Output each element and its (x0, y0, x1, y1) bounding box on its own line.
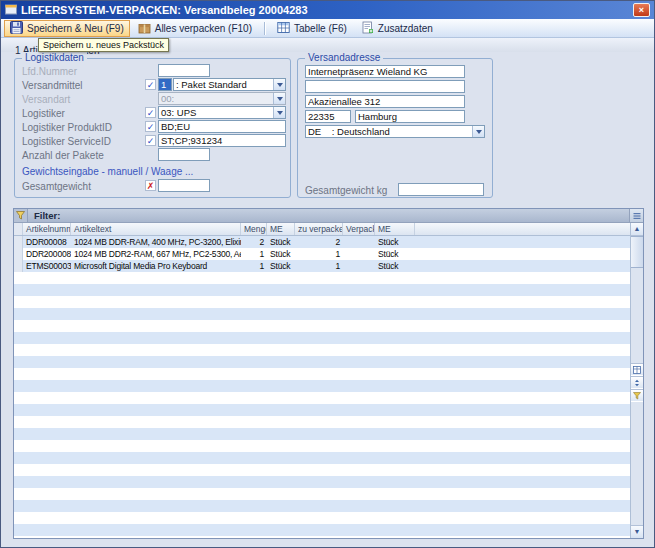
versandmittel-value: : Paket Standard (174, 79, 273, 90)
gesamtgewicht-label: Gesamtgewicht (22, 181, 91, 192)
filter-icon[interactable] (14, 209, 28, 222)
produktid-checkbox[interactable]: ✓ (145, 121, 156, 132)
pack-all-label: Alles verpacken (F10) (155, 23, 252, 34)
artikel-grid: Filter: Artikelnummer Artikeltext Menge … (13, 208, 644, 539)
package-box-icon (138, 21, 151, 36)
close-button[interactable]: × (633, 3, 650, 17)
scrollbar-track[interactable] (631, 402, 643, 525)
grid-header-row: Artikelnummer Artikeltext Menge ME zu ve… (14, 223, 630, 236)
adresse-plz-input[interactable] (305, 110, 351, 123)
lfdnummer-label: Lfd.Nummer (22, 66, 77, 77)
scrollbar-track[interactable] (631, 268, 643, 363)
row-indicator (14, 260, 23, 272)
additional-data-button[interactable]: Zusatzdaten (355, 20, 439, 37)
logistikdaten-legend: Logistikdaten (22, 52, 87, 63)
save-and-new-label: Speichern & Neu (F9) (27, 23, 124, 34)
chevron-down-icon[interactable] (472, 126, 484, 137)
adresse-name-input[interactable] (305, 65, 465, 78)
cell-me2: Stück (375, 248, 415, 260)
table-view-button[interactable]: Tabelle (F6) (271, 20, 353, 37)
gesamtgewicht-kg-label: Gesamtgewicht kg (305, 185, 387, 196)
column-header-artikelnummer[interactable]: Artikelnummer (23, 223, 71, 235)
logistiker-value: 03: UPS (159, 107, 273, 118)
table-icon (277, 21, 290, 36)
cell-artikelnummer: ETMS00003 (23, 260, 71, 272)
cell-menge: 1 (241, 248, 267, 260)
document-plus-icon (361, 21, 374, 36)
adresse-ort-input[interactable] (355, 110, 465, 123)
toolbar-tooltip: Speichern u. neues Packstück (38, 38, 169, 52)
vertical-scrollbar[interactable]: ▲ ▼ (630, 223, 643, 538)
column-header-me[interactable]: ME (267, 223, 295, 235)
versandart-combo[interactable]: 00: (158, 92, 286, 105)
adresse-zusatz-input[interactable] (305, 80, 465, 93)
table-row[interactable]: DDR00008 1024 MB DDR-RAM, 400 MHz, PC-32… (14, 236, 630, 248)
row-indicator-header (14, 223, 23, 235)
gesamtgewicht-checkbox[interactable]: ✗ (145, 180, 156, 191)
versandart-value: 00: (159, 93, 273, 104)
grid-filter-bar[interactable]: Filter: (14, 209, 643, 223)
column-header-me2[interactable]: ME (375, 223, 415, 235)
paketanzahl-input[interactable] (158, 148, 210, 161)
cell-zu-verpacken: 2 (295, 236, 343, 248)
cell-verpackt (343, 236, 375, 248)
cell-artikeltext: 1024 MB DDR-RAM, 400 MHz, PC-3200, Elixi… (71, 236, 241, 248)
scroll-down-button[interactable]: ▼ (631, 525, 643, 538)
logistiker-checkbox[interactable]: ✓ (145, 107, 156, 118)
column-header-zu-verpacken[interactable]: zu verpacke (295, 223, 343, 235)
gesamtgewicht-input[interactable] (158, 179, 210, 192)
grid-tool-filter-button[interactable] (631, 389, 643, 402)
grid-tool-sort-button[interactable] (631, 376, 643, 389)
row-indicator (14, 248, 23, 260)
column-header-menge[interactable]: Menge (241, 223, 267, 235)
cell-verpackt (343, 248, 375, 260)
serviceid-input[interactable] (158, 134, 286, 147)
versandmittel-combo[interactable]: : Paket Standard (173, 78, 286, 91)
chevron-down-icon[interactable] (273, 79, 285, 90)
logistiker-combo[interactable]: 03: UPS (158, 106, 286, 119)
versandmittel-code-input[interactable] (158, 78, 172, 91)
cell-artikelnummer: DDR200008 (23, 248, 71, 260)
cell-zu-verpacken: 1 (295, 260, 343, 272)
column-header-filler (415, 223, 630, 235)
filter-label: Filter: (34, 210, 60, 221)
cell-me: Stück (267, 236, 295, 248)
versandart-label: Versandart (22, 94, 70, 105)
arrow-up-icon: ▲ (634, 225, 641, 232)
produktid-label: Logistiker ProduktID (22, 122, 112, 133)
cell-me2: Stück (375, 260, 415, 272)
app-window: LIEFERSYSTEM-VERPACKEN: Versandbeleg 200… (0, 0, 655, 548)
chevron-down-icon[interactable] (273, 107, 285, 118)
cell-menge: 1 (241, 260, 267, 272)
scroll-up-button[interactable]: ▲ (631, 223, 643, 236)
adresse-land-combo[interactable]: DE : Deutschland (305, 125, 485, 138)
toolbar: Speichern & Neu (F9) Alles verpacken (F1… (1, 19, 654, 38)
scrollbar-thumb[interactable] (631, 236, 643, 268)
lfdnummer-input[interactable] (158, 64, 210, 77)
grid-menu-button[interactable] (629, 209, 643, 222)
adresse-strasse-input[interactable] (305, 95, 465, 108)
table-row[interactable]: DDR200008 1024 MB DDR2-RAM, 667 MHz, PC2… (14, 248, 630, 260)
cell-artikelnummer: DDR00008 (23, 236, 71, 248)
gesamtgewicht-kg-input[interactable] (398, 183, 484, 196)
versandmittel-label: Versandmittel (22, 80, 83, 91)
save-and-new-button[interactable]: Speichern & Neu (F9) (4, 20, 130, 37)
produktid-input[interactable] (158, 120, 286, 133)
window-title: LIEFERSYSTEM-VERPACKEN: Versandbeleg 200… (21, 4, 629, 16)
cell-menge: 2 (241, 236, 267, 248)
save-icon (10, 21, 23, 36)
row-indicator (14, 236, 23, 248)
pack-all-button[interactable]: Alles verpacken (F10) (132, 20, 258, 37)
adresse-land-value: DE : Deutschland (306, 126, 472, 137)
serviceid-checkbox[interactable]: ✓ (145, 135, 156, 146)
paketanzahl-label: Anzahl der Pakete (22, 150, 104, 161)
chevron-down-icon[interactable] (273, 93, 285, 104)
column-header-verpackt[interactable]: Verpackt (343, 223, 375, 235)
table-view-label: Tabelle (F6) (294, 23, 347, 34)
column-header-artikeltext[interactable]: Artikeltext (71, 223, 241, 235)
table-row[interactable]: ETMS00003 Microsoft Digital Media Pro Ke… (14, 260, 630, 272)
logistiker-label: Logistiker (22, 108, 65, 119)
toolbar-separator (264, 22, 265, 35)
versandmittel-checkbox[interactable]: ✓ (145, 79, 156, 90)
grid-tool-table-button[interactable] (631, 363, 643, 376)
